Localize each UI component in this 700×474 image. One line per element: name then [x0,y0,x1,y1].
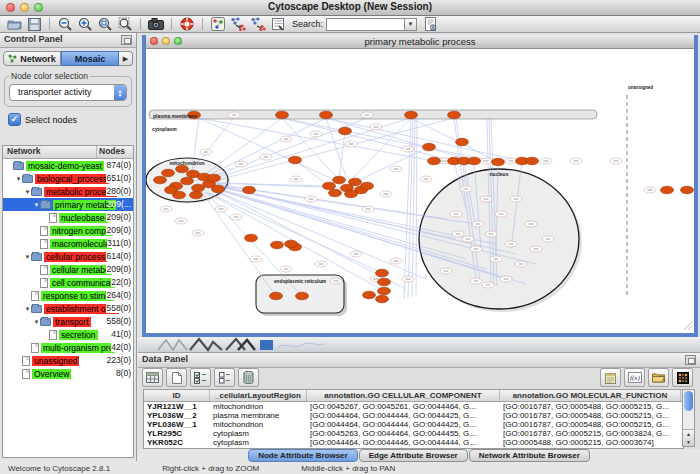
transporter-activity-node[interactable] [378,278,391,286]
tree-row[interactable]: macromolecule311(0) [3,237,133,250]
transporter-activity-node[interactable] [376,295,389,303]
transporter-activity-node[interactable] [212,185,225,193]
transporter-activity-node[interactable] [492,158,505,166]
transporter-activity-node[interactable] [154,176,167,184]
tree-row[interactable]: ▼primary metabo209(... [3,198,133,211]
delete-attribute-icon[interactable] [238,368,259,387]
transporter-activity-node[interactable] [276,111,289,119]
transporter-activity-node[interactable] [333,176,346,184]
transporter-activity-node[interactable] [405,111,418,119]
new-attribute-icon[interactable] [166,368,187,387]
table-row[interactable]: YJR121W__1mitochondrion[GO:0045267, GO:0… [144,402,683,411]
zoom-in-icon[interactable] [76,17,94,32]
tab-edge-attribute-browser[interactable]: Edge Attribute Browser [359,449,468,462]
attribute-table-icon[interactable] [142,368,163,387]
tree-row[interactable]: unassigned223(0) [3,354,133,367]
transporter-activity-node[interactable] [423,143,436,151]
transporter-activity-node[interactable] [428,157,441,165]
tab-mosaic[interactable]: Mosaic [61,51,119,66]
tree-row[interactable]: mosaic-demo-yeast874(0) [3,159,133,172]
attribute-matrix-icon[interactable] [672,368,693,387]
transporter-activity-node[interactable] [339,127,352,135]
scrollbar-thumb[interactable] [684,391,693,411]
transporter-activity-node[interactable] [681,186,694,194]
tree-row[interactable]: nucleobase-209(0) [3,211,133,224]
resize-grip-icon[interactable] [684,322,692,330]
unselect-attributes-icon[interactable] [214,368,235,387]
transporter-activity-node[interactable] [270,292,283,300]
tree-row[interactable]: ▼metabolic process280(0) [3,185,133,198]
float-panel-icon[interactable] [121,35,132,45]
transporter-activity-node[interactable] [285,240,298,248]
tree-row[interactable]: secretion41(0) [3,328,133,341]
table-row[interactable]: YKR052Ccytoplasm[GO:0044464, GO:0044446,… [144,438,683,447]
transporter-activity-node[interactable] [176,165,189,173]
transporter-activity-node[interactable] [363,291,376,299]
tab-node-attribute-browser[interactable]: Node Attribute Browser [248,449,358,462]
column-header[interactable]: annotation.GO CELLULAR_COMPONENT [307,390,500,401]
expander-icon[interactable]: ▼ [15,176,22,182]
transporter-activity-node[interactable] [526,157,539,165]
expander-icon[interactable]: ▼ [24,254,31,260]
search-config-icon[interactable] [421,17,439,32]
transporter-activity-node[interactable] [296,292,309,300]
transporter-activity-node[interactable] [320,111,333,119]
transporter-activity-node[interactable] [329,189,342,197]
transporter-activity-node[interactable] [245,234,258,242]
filter-icon[interactable] [269,17,287,32]
transporter-activity-node[interactable] [162,169,175,177]
network-frame-titlebar[interactable]: primary metabolic process [146,35,694,49]
expander-icon[interactable]: ▼ [33,319,40,325]
zoom-fit-icon[interactable] [116,17,134,32]
transporter-activity-node[interactable] [376,269,389,277]
transporter-activity-node[interactable] [361,182,374,190]
tree-column-nodes[interactable]: Nodes [97,146,133,158]
tab-scroll-right-icon[interactable]: ▶ [119,51,133,66]
tree-row[interactable]: Overview8(0) [3,367,133,380]
column-header[interactable]: annotation.GO MOLECULAR_FUNCTION [500,390,681,401]
tree-row[interactable]: multi-organism pro42(0) [3,341,133,354]
column-header[interactable]: _cellularLayoutRegion [210,390,307,401]
transporter-activity-node[interactable] [456,138,469,146]
transporter-activity-node[interactable] [190,191,203,199]
tab-network-attribute-browser[interactable]: Network Attribute Browser [469,449,590,462]
vizmapper-icon[interactable] [209,17,227,32]
search-input[interactable] [326,18,404,31]
transporter-activity-node[interactable] [349,178,362,186]
transporter-activity-node[interactable] [323,182,336,190]
open-icon[interactable] [5,17,23,32]
expander-icon[interactable]: ▼ [24,306,31,312]
tree-row[interactable]: ▼biological_process651(0) [3,172,133,185]
table-scrollbar[interactable]: ▲▼ [682,389,695,447]
transporter-activity-node[interactable] [243,186,256,194]
table-row[interactable]: YPL036W__2plasma membrane[GO:0044464, GO… [144,411,683,420]
table-row[interactable]: YPL036W__1mitochondrion[GO:0044464, GO:0… [144,420,683,429]
transporter-activity-node[interactable] [289,156,302,164]
expander-icon[interactable]: ▼ [24,189,31,195]
tab-network[interactable]: Network [3,51,61,66]
transporter-activity-node[interactable] [468,157,481,165]
network-canvas[interactable]: plasma membranecytoplasmmitochondrionnuc… [146,49,694,333]
expander-icon[interactable]: ▼ [33,202,40,208]
transporter-activity-node[interactable] [378,287,391,295]
transporter-activity-node[interactable] [165,186,178,194]
import-attribute-table-icon[interactable] [600,368,621,387]
import-network-icon[interactable] [229,17,247,32]
transporter-activity-node[interactable] [181,177,194,185]
table-row[interactable]: YLR295Ccytoplasm[GO:0045263, GO:0044464,… [144,429,683,438]
help-icon[interactable] [178,17,196,32]
transporter-activity-node[interactable] [271,241,284,249]
search-dropdown-icon[interactable]: ▼ [404,18,417,31]
network-view-frame[interactable]: primary metabolic process plasma membran… [142,35,698,338]
zoom-out-icon[interactable] [56,17,74,32]
tree-column-network[interactable]: Network [3,146,97,158]
transporter-activity-node[interactable] [448,111,461,119]
zoom-selected-icon[interactable] [96,17,114,32]
scrollbar-arrows[interactable]: ▲▼ [683,429,694,446]
tree-row[interactable]: nitrogen compo209(0) [3,224,133,237]
tree-row[interactable]: ▼transport558(0) [3,315,133,328]
select-attributes-icon[interactable] [190,368,211,387]
load-attributes-icon[interactable] [648,368,669,387]
float-panel-icon[interactable] [685,355,696,365]
transporter-activity-node[interactable] [345,190,358,198]
